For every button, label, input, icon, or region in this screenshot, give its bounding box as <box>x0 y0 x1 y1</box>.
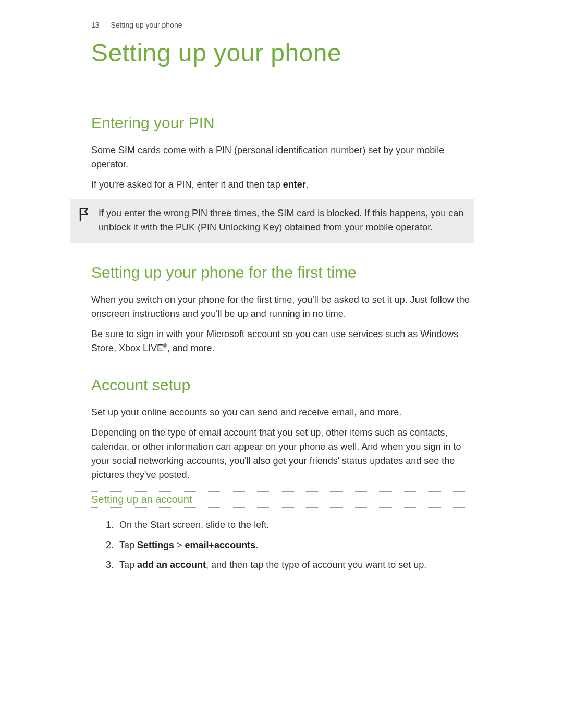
inline-bold: Settings <box>137 540 174 550</box>
section-heading-pin: Entering your PIN <box>91 114 474 132</box>
body-text: If you're asked for a PIN, enter it and … <box>91 178 474 192</box>
dotted-divider <box>91 491 474 492</box>
list-item: Tap add an account, and then tap the typ… <box>116 557 474 573</box>
running-header: 13 Setting up your phone <box>91 21 474 29</box>
body-text: Some SIM cards come with a PIN (personal… <box>91 143 474 171</box>
sub-heading-block: Setting up an account <box>91 491 474 508</box>
body-text: When you switch on your phone for the fi… <box>91 293 474 321</box>
note-callout: If you enter the wrong PIN three times, … <box>70 199 474 243</box>
sub-heading: Setting up an account <box>91 493 474 505</box>
inline-bold: email+accounts <box>185 540 256 550</box>
body-text: Be sure to sign in with your Microsoft a… <box>91 327 474 355</box>
page-number: 13 <box>91 21 100 29</box>
note-text: If you enter the wrong PIN three times, … <box>99 206 464 235</box>
flag-icon <box>79 206 99 235</box>
dotted-divider <box>91 507 474 508</box>
list-item: On the Start screen, slide to the left. <box>116 517 474 533</box>
page-title: Setting up your phone <box>91 39 474 67</box>
running-title: Setting up your phone <box>111 21 182 29</box>
document-page: 13 Setting up your phone Setting up your… <box>0 0 563 728</box>
section-heading-first-time: Setting up your phone for the first time <box>91 264 474 281</box>
inline-bold: add an account <box>137 560 206 570</box>
steps-list: On the Start screen, slide to the left. … <box>91 517 474 573</box>
body-text: Depending on the type of email account t… <box>91 426 474 482</box>
inline-bold: enter <box>283 179 306 190</box>
list-item: Tap Settings > email+accounts. <box>116 537 474 553</box>
body-text: Set up your online accounts so you can s… <box>91 405 474 419</box>
section-heading-account: Account setup <box>91 376 474 394</box>
